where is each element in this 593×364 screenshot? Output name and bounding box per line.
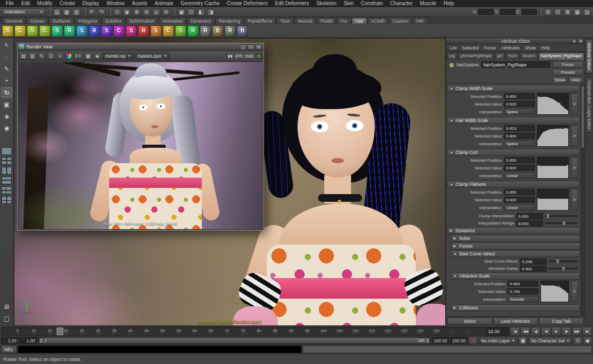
- interpolation-range-field[interactable]: 8.000: [516, 220, 543, 227]
- close-panel-icon[interactable]: ⊠: [578, 39, 584, 43]
- render-view-titlebar[interactable]: Render View _□×: [18, 43, 264, 51]
- save-scene-icon[interactable]: ▥: [72, 8, 81, 16]
- range-slider[interactable]: 1 150: [38, 337, 431, 344]
- shelf-tab[interactable]: nCloth: [368, 18, 388, 24]
- ae-menu-item[interactable]: Help: [538, 45, 552, 50]
- minimize-icon[interactable]: _: [240, 44, 247, 50]
- section-clump-curl[interactable]: ▼ Clump Curl: [447, 149, 580, 156]
- render-current-frame-icon[interactable]: ⊡: [187, 8, 196, 16]
- tool-button[interactable]: ◌: [1, 51, 12, 62]
- ramp-expand-button[interactable]: >: [571, 281, 578, 302]
- render-settings-icon[interactable]: ◨: [206, 8, 215, 16]
- ae-menu-item[interactable]: Show: [522, 45, 538, 50]
- playback-start-field[interactable]: 1.00: [20, 337, 37, 344]
- selected-position-field[interactable]: 0.000: [504, 157, 535, 163]
- snap-to-view-icon[interactable]: ◎: [152, 8, 161, 16]
- section-solve[interactable]: ▶ Solve: [451, 235, 580, 242]
- section-forces[interactable]: ▶ Forces: [451, 242, 580, 250]
- shelf-hair-icon[interactable]: R: [224, 25, 236, 37]
- selected-value-field[interactable]: 0.800: [504, 133, 535, 139]
- ae-node-tab[interactable]: girl: [495, 53, 505, 60]
- shelf-hair-icon[interactable]: S: [150, 25, 162, 37]
- ramp-preview[interactable]: [537, 157, 569, 179]
- selected-value-field[interactable]: 0.000: [504, 197, 535, 203]
- tool-button[interactable]: ✎: [1, 63, 12, 74]
- open-image-icon[interactable]: ▤: [19, 52, 27, 60]
- interpolation-dropdown[interactable]: Spline: [504, 141, 535, 147]
- section-collisions[interactable]: ▶ Collisions: [451, 304, 580, 311]
- shelf-hair-icon[interactable]: S: [126, 25, 137, 37]
- menu-item[interactable]: Edit Deformers: [271, 0, 313, 7]
- focus-button[interactable]: Focus: [552, 61, 583, 68]
- shelf-tab[interactable]: Fluids: [317, 18, 336, 24]
- menu-item[interactable]: Skeleton: [313, 0, 340, 7]
- group-separator[interactable]: [48, 8, 50, 16]
- menu-item[interactable]: Animate: [151, 0, 177, 7]
- rendered-image[interactable]: size: 960 x 540 zoom: 1.000 hair_test.if…: [19, 62, 263, 229]
- section-attraction-scale[interactable]: ▼ Attraction Scale: [451, 272, 580, 280]
- interpolation-range-slider[interactable]: [545, 222, 578, 224]
- go-to-start-button[interactable]: |◀: [510, 327, 520, 336]
- layout-shortcut-button[interactable]: [2, 147, 12, 155]
- step-forward-key-button[interactable]: ▶▶: [572, 327, 582, 336]
- vertical-panel-tab[interactable]: Channel Box / Layer Editor: [586, 77, 592, 133]
- coordinate-input[interactable]: [478, 9, 494, 15]
- layout-shortcut-button[interactable]: [2, 177, 12, 184]
- exposure-icon[interactable]: ◈: [93, 52, 101, 60]
- step-back-frame-button[interactable]: ◀|: [531, 327, 540, 336]
- rgba-channels-icon[interactable]: [65, 53, 72, 59]
- selected-position-field[interactable]: 0.000: [508, 281, 538, 287]
- anim-layer-dropdown[interactable]: No Anim Layer ▼: [479, 337, 518, 344]
- maximize-icon[interactable]: □: [248, 44, 254, 50]
- selected-position-field[interactable]: 0.000: [504, 93, 535, 99]
- shelf-hair-icon[interactable]: R: [200, 25, 211, 37]
- shelf-hair-icon[interactable]: C: [163, 25, 174, 37]
- animation-start-field[interactable]: 1.00: [1, 337, 19, 344]
- ipr-pause-icon[interactable]: ▮▮: [228, 54, 233, 58]
- scrollbar-thumb[interactable]: [582, 86, 584, 148]
- shelf-hair-icon[interactable]: C: [39, 25, 50, 37]
- menu-item[interactable]: Create: [56, 0, 79, 7]
- ae-node-tab[interactable]: pig: [447, 53, 458, 60]
- menu-set-dropdown[interactable]: Animation ▼: [2, 8, 46, 15]
- menu-item[interactable]: Character: [387, 0, 416, 7]
- selected-value-field[interactable]: 0.740: [508, 288, 538, 294]
- shelf-tab[interactable]: Fur: [337, 18, 351, 24]
- menu-item[interactable]: Display: [79, 0, 103, 7]
- group-separator[interactable]: [108, 8, 111, 16]
- group-separator[interactable]: [172, 8, 175, 16]
- panel-toggle-icon[interactable]: ⊟: [553, 8, 562, 16]
- tool-button[interactable]: ↖: [1, 40, 12, 50]
- snap-to-grid-icon[interactable]: ⊙: [113, 8, 121, 16]
- interpolation-dropdown[interactable]: Smooth: [508, 296, 538, 302]
- shelf-tab[interactable]: General: [2, 18, 26, 24]
- grid-toggle-icon[interactable]: ⊞: [544, 8, 552, 16]
- play-forwards-button[interactable]: ▶: [551, 327, 561, 336]
- clump-interpolation-slider[interactable]: [545, 215, 578, 217]
- presets-button[interactable]: Presets: [552, 69, 583, 76]
- animation-preferences-icon[interactable]: ⊙: [573, 337, 582, 344]
- menu-item[interactable]: Help: [440, 0, 458, 7]
- ae-menu-item[interactable]: Focus: [481, 45, 498, 50]
- anim-layer-options-icon[interactable]: ▣: [518, 337, 527, 344]
- shelf-tab[interactable]: Deformation: [126, 18, 158, 24]
- interpolation-dropdown[interactable]: Spline: [504, 109, 535, 115]
- shelf-hair-icon[interactable]: S: [101, 25, 112, 37]
- render-layer-dropdown[interactable]: masterLayer ▼: [135, 53, 170, 60]
- step-back-key-button[interactable]: ◀◀: [520, 327, 530, 336]
- display-channels-icon[interactable]: ▦: [84, 52, 92, 60]
- background-color-swatch[interactable]: [256, 54, 262, 59]
- ramp-expand-button[interactable]: >: [571, 93, 578, 115]
- shelf-tab[interactable]: Subdivs: [101, 18, 125, 24]
- menu-item[interactable]: Assets: [128, 0, 151, 7]
- hypergraph-toggle-icon[interactable]: ▢: [1, 313, 12, 324]
- ipr-render-icon[interactable]: ◧: [197, 8, 205, 16]
- menu-item[interactable]: Geometry Cache: [177, 0, 223, 7]
- time-slider[interactable]: 5101520253035404550556065707580859095100…: [1, 327, 484, 336]
- select-button[interactable]: Select: [447, 318, 492, 325]
- ramp-expand-button[interactable]: >: [571, 189, 578, 211]
- shelf-tab[interactable]: Custom: [389, 18, 412, 24]
- go-to-end-button[interactable]: ▶|: [582, 327, 592, 336]
- coordinate-input[interactable]: [500, 9, 515, 15]
- interpolation-dropdown[interactable]: Linear: [504, 172, 535, 179]
